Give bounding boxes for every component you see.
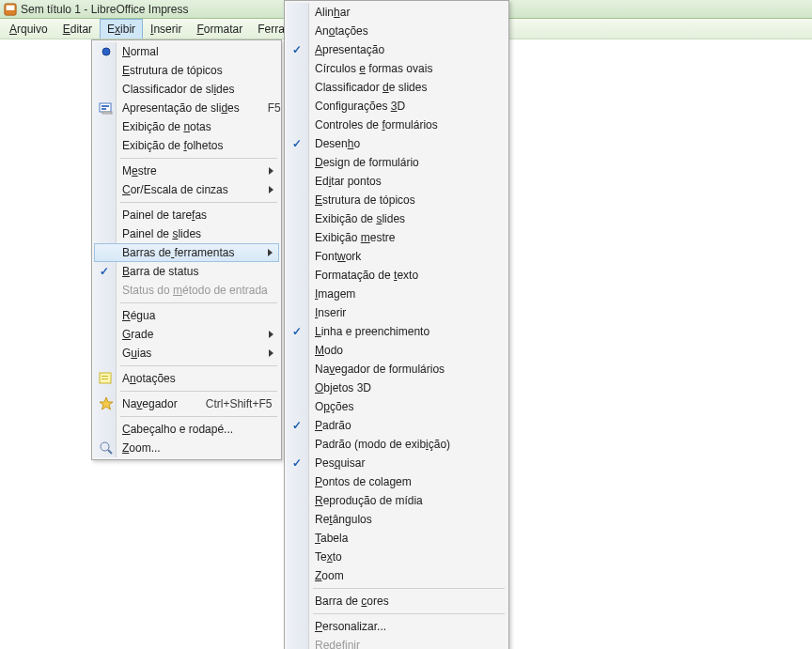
svg-rect-4 xyxy=(102,105,109,107)
menu-item-label: Modo xyxy=(315,344,488,357)
exibir-item-navegador[interactable]: NavegadorCtrl+Shift+F5 xyxy=(94,394,279,413)
toolbars-item-configuracoes-3d[interactable]: Configurações 3D xyxy=(287,97,507,116)
toolbars-item-redefinir: Redefinir xyxy=(287,636,507,649)
toolbars-item-exibicao-mestre[interactable]: Exibição mestre xyxy=(287,228,507,247)
exibir-item-classificador-de-slides[interactable]: Classificador de slides xyxy=(94,80,279,99)
exibir-item-normal[interactable]: Normal xyxy=(94,42,279,61)
exibir-item-zoom[interactable]: Zoom... xyxy=(94,439,279,457)
toolbars-item-modo[interactable]: Modo xyxy=(287,341,507,360)
toolbars-item-pontos-de-colagem[interactable]: Pontos de colagem xyxy=(287,472,507,491)
toolbars-item-estrutura-de-topicos[interactable]: Estrutura de tópicos xyxy=(287,191,507,209)
toolbars-item-alinhar[interactable]: Alinhar xyxy=(287,3,507,22)
toolbars-item-formatacao-de-texto[interactable]: Formatação de texto xyxy=(287,266,507,285)
exibir-item-barra-de-status[interactable]: ✓Barra de status xyxy=(94,262,279,281)
toolbars-item-barra-de-cores[interactable]: Barra de cores xyxy=(287,592,507,610)
exibir-item-barras-de-ferramentas[interactable]: Barras de ferramentas xyxy=(94,243,279,262)
toolbars-item-zoom[interactable]: Zoom xyxy=(287,566,507,585)
menu-item-label: Formatação de texto xyxy=(315,269,488,282)
exibir-item-painel-de-slides[interactable]: Painel de slides xyxy=(94,224,279,243)
submenu-arrow-icon xyxy=(269,349,273,357)
toolbars-item-retangulos[interactable]: Retângulos xyxy=(287,510,507,529)
toolbars-item-opcoes[interactable]: Opções xyxy=(287,397,507,416)
exibir-item-cabecalho-e-rodape[interactable]: Cabeçalho e rodapé... xyxy=(94,420,279,439)
menu-item-label: Zoom... xyxy=(122,441,260,455)
toolbars-item-apresentacao[interactable]: ✓Apresentação xyxy=(287,40,507,59)
menu-item-label: Apresentação de slides xyxy=(122,101,240,115)
svg-rect-3 xyxy=(100,103,111,112)
menu-item-label: Normal xyxy=(122,45,260,58)
toolbars-item-objetos-3d[interactable]: Objetos 3D xyxy=(287,379,507,397)
svg-rect-7 xyxy=(100,373,111,383)
menu-item-label: Pesquisar xyxy=(315,456,488,470)
menu-item-label: Classificador de slides xyxy=(315,81,488,94)
toolbars-item-controles-de-formularios[interactable]: Controles de formulários xyxy=(287,116,507,134)
menu-item-label: Grade xyxy=(122,328,260,341)
exibir-item-exibicao-de-folhetos[interactable]: Exibição de folhetos xyxy=(94,136,279,155)
menubar-item-inserir[interactable]: Inserir xyxy=(143,19,189,39)
exibir-item-anotacoes[interactable]: Anotações xyxy=(94,369,279,388)
menu-item-label: Personalizar... xyxy=(315,620,488,633)
toolbars-item-exibicao-de-slides[interactable]: Exibição de slides xyxy=(287,209,507,228)
menu-barras-de-ferramentas: AlinharAnotações✓ApresentaçãoCírculos e … xyxy=(284,0,509,649)
toolbars-item-desenho[interactable]: ✓Desenho xyxy=(287,134,507,153)
svg-rect-9 xyxy=(102,379,108,379)
menu-separator xyxy=(120,391,277,392)
exibir-item-cor-escala-de-cinzas[interactable]: Cor/Escala de cinzas xyxy=(94,180,279,199)
exibir-item-guias[interactable]: Guias xyxy=(94,344,279,363)
exibir-item-grade[interactable]: Grade xyxy=(94,325,279,344)
toolbars-item-design-de-formulario[interactable]: Design de formulário xyxy=(287,153,507,172)
note-icon xyxy=(99,371,114,386)
exibir-item-estrutura-de-topicos[interactable]: Estrutura de tópicos xyxy=(94,61,279,80)
app-icon xyxy=(4,3,17,16)
menu-item-label: Padrão xyxy=(315,419,488,432)
svg-rect-1 xyxy=(7,5,15,9)
menu-item-label: Cabeçalho e rodapé... xyxy=(122,423,260,436)
exibir-item-exibicao-de-notas[interactable]: Exibição de notas xyxy=(94,117,279,136)
menu-separator xyxy=(120,365,277,366)
menu-item-label: Mestre xyxy=(122,164,260,178)
menubar-item-editar[interactable]: Editar xyxy=(55,19,100,39)
menu-item-label: Barra de cores xyxy=(315,595,488,608)
exibir-item-mestre[interactable]: Mestre xyxy=(94,162,279,180)
toolbars-item-fontwork[interactable]: Fontwork xyxy=(287,247,507,266)
menu-separator xyxy=(120,158,277,159)
menu-item-label: Linha e preenchimento xyxy=(315,325,488,338)
toolbars-item-texto[interactable]: Texto xyxy=(287,548,507,566)
slides-icon xyxy=(99,100,114,116)
menu-item-label: Pontos de colagem xyxy=(315,475,488,488)
exibir-item-status-do-metodo-de-entrada: Status do método de entrada xyxy=(94,281,279,300)
toolbars-item-editar-pontos[interactable]: Editar pontos xyxy=(287,172,507,191)
toolbars-item-inserir[interactable]: Inserir xyxy=(287,303,507,322)
menu-item-label: Opções xyxy=(315,400,488,413)
toolbars-item-linha-e-preenchimento[interactable]: ✓Linha e preenchimento xyxy=(287,322,507,341)
menu-item-label: Barras de ferramentas xyxy=(122,246,260,259)
menubar-item-arquivo[interactable]: Arquivo xyxy=(2,19,55,39)
toolbars-item-anotacoes[interactable]: Anotações xyxy=(287,22,507,40)
menubar-item-formatar[interactable]: Formatar xyxy=(189,19,250,39)
menu-item-label: Objetos 3D xyxy=(315,381,488,394)
menu-item-label: Padrão (modo de exibição) xyxy=(315,438,488,451)
toolbars-item-tabela[interactable]: Tabela xyxy=(287,529,507,548)
toolbars-item-imagem[interactable]: Imagem xyxy=(287,285,507,303)
star-icon xyxy=(99,396,114,411)
toolbars-item-reproducao-de-midia[interactable]: Reprodução de mídia xyxy=(287,491,507,510)
menu-item-label: Estrutura de tópicos xyxy=(122,64,260,77)
toolbars-item-personalizar[interactable]: Personalizar... xyxy=(287,617,507,636)
svg-point-2 xyxy=(102,48,110,55)
exibir-item-painel-de-tarefas[interactable]: Painel de tarefas xyxy=(94,206,279,224)
toolbars-item-padrao[interactable]: ✓Padrão xyxy=(287,416,507,435)
menu-separator xyxy=(120,202,277,203)
menu-item-label: Status do método de entrada xyxy=(122,284,268,297)
menu-item-label: Zoom xyxy=(315,569,488,582)
menu-item-label: Anotações xyxy=(122,372,260,385)
menu-exibir: NormalEstrutura de tópicosClassificador … xyxy=(91,39,282,460)
exibir-item-regua[interactable]: Régua xyxy=(94,306,279,325)
menubar-item-exibir[interactable]: Exibir xyxy=(100,19,143,39)
toolbars-item-circulos-e-formas-ovais[interactable]: Círculos e formas ovais xyxy=(287,59,507,78)
toolbars-item-navegador-de-formularios[interactable]: Navegador de formulários xyxy=(287,360,507,379)
toolbars-item-classificador-de-slides[interactable]: Classificador de slides xyxy=(287,78,507,97)
menu-item-label: Desenho xyxy=(315,137,488,150)
toolbars-item-pesquisar[interactable]: ✓Pesquisar xyxy=(287,454,507,472)
toolbars-item-padrao-modo-de-exibicao[interactable]: Padrão (modo de exibição) xyxy=(287,435,507,454)
exibir-item-apresentacao-de-slides[interactable]: Apresentação de slidesF5 xyxy=(94,99,279,117)
